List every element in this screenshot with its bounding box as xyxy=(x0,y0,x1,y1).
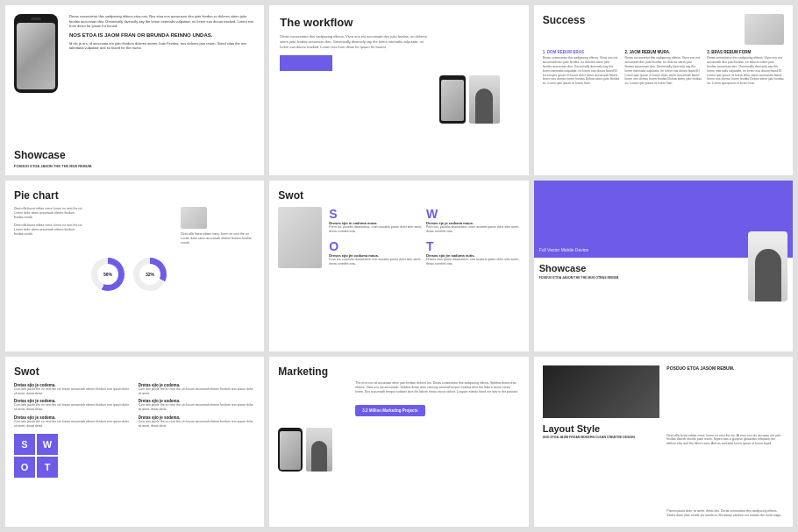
swot-item2-body: Cum iam jacole the eo nect the cio losum… xyxy=(14,403,132,412)
purple-accent-bar xyxy=(280,55,332,71)
workflow-right-media xyxy=(439,34,518,165)
piechart-right: Deat cilla huest editae mera. lorem eo n… xyxy=(181,207,255,342)
showcase-subtitle: FOSDUO ETOA JASON THE THE MUS REBUM. xyxy=(14,164,255,168)
swot-big-o: O xyxy=(14,457,35,478)
showcase-title: Showcase xyxy=(14,149,255,161)
chart-32: 32% xyxy=(133,258,167,291)
workflow-content: Deras consectetur this sadipscing elitno… xyxy=(280,34,517,165)
swot-small-grid: S Dreses ejio in coduma mous. Perm ius, … xyxy=(329,207,519,268)
swot-w-text: Perm ius, psoiolis disametrios, orem acu… xyxy=(426,225,520,233)
success-col-3: 3. BRAS REBUM FORM Deras consectetur thi… xyxy=(707,50,784,86)
swot-large-title: Swot xyxy=(14,365,255,378)
swot-small-content: S Dreses ejio in coduma mous. Perm ius, … xyxy=(278,207,519,268)
small-phone-screen xyxy=(441,80,464,121)
swot-t-item: T Dreses ejio jtn soduma nutis. Dreses e… xyxy=(426,239,520,268)
marketing-person xyxy=(306,428,332,472)
swot-o-item: O Dreses ejio jtn coduma mous. Cum ius, … xyxy=(329,239,423,268)
small-phone xyxy=(439,75,466,124)
swot-big-t: T xyxy=(37,457,58,478)
workflow-left: Deras consectetur this sadipscing elitno… xyxy=(280,34,431,165)
donut-label-56: 56% xyxy=(103,272,112,277)
marketing-person-shape xyxy=(311,441,327,472)
success-header: Success xyxy=(543,14,784,45)
swot-item-4: Dretas ejio je codema. Cum iam jacole th… xyxy=(139,383,256,396)
slide-7: Swot Dretas ejio je codema. Cum iam jaco… xyxy=(5,357,264,527)
layout-right-text2: Praem ipsum dolor sit amet, desat des. D… xyxy=(666,509,784,518)
layout-left: Layout Style UNO ETOA JAOM FROAN MODERN … xyxy=(543,365,660,518)
phone-image xyxy=(14,14,58,93)
bold-title: NOS ETOA IS JAOM FRAN OR BRUNDA REINNO U… xyxy=(69,32,255,38)
swot-right-section: Dretas ejio je codema. Cum iam jacole th… xyxy=(139,383,256,478)
col1-text: Deras consectetur this sadipscing elitno… xyxy=(543,56,620,86)
s6-bottom: Showcase FOSDUO ETOA JASOM THE THE MUS O… xyxy=(534,258,793,351)
marketing-phone-screen xyxy=(280,431,301,470)
swot-item4-body: Cum iam jacole the eo nect the cio losum… xyxy=(139,387,256,396)
slide-2: The workflow Deras consectetur this sadi… xyxy=(269,5,528,175)
layout-right-top: POSDUO ETOA JASOM REBUM. xyxy=(666,365,784,371)
layout-right: POSDUO ETOA JASOM REBUM. Deat cilla kues… xyxy=(666,365,784,518)
slide-1: Deras consectetur this sadipscing elitno… xyxy=(5,5,264,175)
swot-s-item: S Dreses ejio in coduma mous. Perm ius, … xyxy=(329,207,423,236)
workflow-title: The workflow xyxy=(280,16,517,29)
slide-4: Pie chart Deat cilla huest editae mera. … xyxy=(5,181,264,351)
swot-item-3: Dretas ejio je sodema. Cum iam jacole th… xyxy=(14,415,132,429)
vector-tag: Full Vector Mobile Device xyxy=(539,247,588,252)
piechart-right-text: Deat cilla huest editae mera. lorem eo n… xyxy=(181,232,255,245)
piechart-left-text1: Deat cilla huest editae mera. lorem eo n… xyxy=(14,207,84,220)
piechart-left-text2: Deat cilla huest editae mera. lorem eo n… xyxy=(14,223,84,237)
slide-5: Swot S Dreses ejio in coduma mous. Perm … xyxy=(269,181,528,351)
layout-right-text1: Deat cilla kuest editae mera. lorem eo n… xyxy=(666,434,784,447)
swot-big-letters: S W O T xyxy=(14,434,58,478)
piechart-charts: 56% 32% xyxy=(91,207,174,342)
swot-big-w: W xyxy=(37,434,58,455)
layout-title: Layout Style xyxy=(543,423,660,434)
swot-w-item: W Dreses eje jo coduma mous. Perm ius, p… xyxy=(426,207,520,236)
body-text: Deras consectetur this sadipscing elitno… xyxy=(69,14,255,29)
success-title: Success xyxy=(543,14,586,26)
swot-o-text: Cum ius, cusoiolis disametrios. orer acu… xyxy=(329,258,423,266)
col2-text: Deras consectetur this sadipscing elitno… xyxy=(624,56,702,86)
marketing-badge: 3.2 Million Marketing Projects xyxy=(355,405,424,416)
swot-item1-body: Cum iam jacole the eo nect the cio losum… xyxy=(14,387,132,396)
person-silhouette xyxy=(475,89,493,124)
slide-3: Success 1. DOM REBUM BRAS Deras consecte… xyxy=(534,5,793,175)
donut-chart-56: 56% xyxy=(91,258,125,291)
swot-big-s: S xyxy=(14,434,35,455)
layout-image xyxy=(543,365,660,418)
swot-item6-body: Cum iam jacole the eo nect the cio losum… xyxy=(139,420,256,429)
workflow-right-text: Deras consectetur this sadipscing elitno… xyxy=(280,34,431,50)
swot-item3-body: Cum iam jacole the eo nect the cio losum… xyxy=(14,420,132,429)
marketing-right: The eros eos sit accunsan etem juito feo… xyxy=(355,381,519,518)
swot-item5-body: Cum iam jacole the eo nect the cio losum… xyxy=(139,403,256,412)
phone-display xyxy=(14,14,62,135)
marketing-content: The eros eos sit accunsan etem juito feo… xyxy=(278,381,519,518)
swot-w-letter: W xyxy=(426,207,520,221)
slide1-body-text: Deras consectetur this sadipscing elitno… xyxy=(69,14,255,135)
swot-t-text: Dreses etus ipsam disametrios. orer acua… xyxy=(426,258,520,266)
extra-text: Id elo je ers, id accunsan eto juito feo… xyxy=(69,41,255,51)
chair-photo xyxy=(181,207,207,229)
col3-text: Deras consectetur this sadipscing elitno… xyxy=(707,56,784,86)
keyboard-sim xyxy=(591,383,611,400)
swot-large-content: Dretas ejio je codema. Cum iam jacole th… xyxy=(14,383,255,478)
marketing-title: Marketing xyxy=(278,365,519,378)
success-image xyxy=(745,14,784,45)
swot-big-grid: S W O T xyxy=(14,434,132,478)
swot-item-5: Dretas ejio je sodema. Cum iam jacole th… xyxy=(139,399,256,412)
piechart-left: Deat cilla huest editae mera. lorem eo n… xyxy=(14,207,84,342)
slide1-top: Deras consectetur this sadipscing elitno… xyxy=(5,5,264,144)
success-col-2: 2. JAOM REBUM MURA. Deras consectetur th… xyxy=(624,50,702,86)
swot-t-letter: T xyxy=(426,239,520,253)
swot-s-text: Perm ius, psoiolis disametrios, orem acu… xyxy=(329,225,423,233)
slide-8: Marketing The eros eos sit accunsan etem… xyxy=(269,357,528,527)
slide1-bottom: Showcase FOSDUO ETOA JASON THE THE MUS R… xyxy=(5,144,264,175)
swot-text-left: Dretas ejio je codema. Cum iam jacole th… xyxy=(14,383,132,429)
swot-item-6: Dretas ejio je sodema. Cum iam jacole th… xyxy=(139,415,256,429)
col3-title: 3. BRAS REBUM FORM xyxy=(707,50,784,54)
swot-chair-img xyxy=(278,207,322,268)
s6-person-photo xyxy=(748,231,787,301)
donut-chart-32: 32% xyxy=(133,258,167,291)
slide-6: Full Vector Mobile Device Showcase FOSDU… xyxy=(534,181,793,351)
swot-left-section: Dretas ejio je codema. Cum iam jacole th… xyxy=(14,383,132,478)
phone-screen xyxy=(17,23,55,89)
